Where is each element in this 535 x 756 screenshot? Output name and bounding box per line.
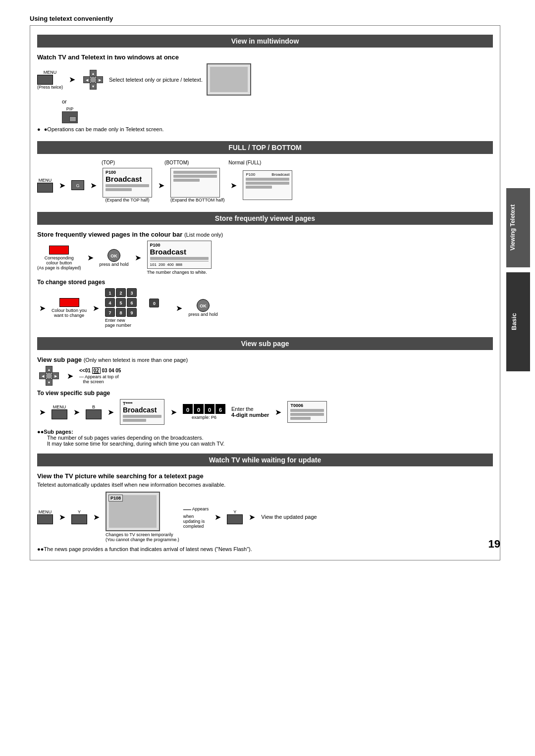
subpage-nav-left[interactable]: ◀ [39,372,46,379]
expand-bottom-label: (Expand the BOTTOM half) [170,198,224,202]
operations-note: ●Operations can be made only in Teletext… [37,126,493,132]
press-twice-label: (Press twice) [37,85,63,90]
subpage-nav-up[interactable]: ▲ [46,366,53,373]
view-tv-picture-heading: View the TV picture while searching for … [37,472,493,480]
ok-group: OK press and hold [100,249,129,267]
bottom-label: (BOTTOM) [164,160,189,165]
appears-when-group: — Appears when updating is completed [183,505,209,529]
full-top-bottom-content: (TOP) (BOTTOM) Normal (FULL) MENU ➤ G ➤ [37,157,493,208]
subpage-nav-right[interactable]: ▶ [52,372,59,379]
bot-line-2 [173,175,217,178]
tele-line-1 [106,184,149,187]
update-menu-button[interactable] [37,514,53,524]
t0006-line-1 [290,409,324,412]
top-screen-group: P100 Broadcast (Expand the TOP half) [103,168,152,202]
y-button[interactable] [71,514,87,524]
menu-button[interactable] [37,75,53,85]
sub-pages-text1: The number of sub pages varies depending… [47,435,493,441]
colour-change-label: Colour button youwant to change [52,308,87,318]
ftb-menu-group: MENU [37,178,53,193]
view-specific-heading: To view specific sub page [37,390,493,397]
or-pip-row: or PIP [62,98,493,123]
pip-label: PIP [62,106,78,111]
num-0[interactable]: 0 [149,299,159,307]
colour-change-group: Colour button youwant to change [52,298,87,318]
g-button[interactable]: G [71,180,84,190]
subpage-codes-display: <<01 02 03 04 05 [79,368,121,373]
nav-up[interactable]: ▲ [90,70,97,77]
store-pages-heading: Store frequently viewed pages in the col… [37,231,493,238]
num-4[interactable]: 4 [105,298,115,307]
nav-left[interactable]: ◀ [83,76,90,83]
specific-menu-button[interactable] [52,409,67,419]
watch-tv-update-content: View the TV picture while searching for … [37,469,493,555]
full-line-3 [246,186,272,189]
num-2[interactable]: 2 [116,288,126,297]
t0006-label: T0006 [290,403,324,408]
full-broadcast: Broadcast [271,172,289,177]
number-grid[interactable]: 1 2 3 4 5 6 7 8 9 [105,288,137,317]
bottom-screen-group: (Expand the BOTTOM half) [170,168,224,202]
top-teletext-screen: P100 Broadcast [103,168,152,198]
number-changes-label: The number changes to white. [147,270,212,275]
list-mode-label: (List mode only) [184,232,223,238]
arrow-13: ➤ [73,407,80,417]
arrow-8: ➤ [39,303,46,313]
update-menu-label: MENU [37,509,53,514]
num-3[interactable]: 3 [127,288,137,297]
y-label-2: Y [227,509,243,514]
ftb-menu-button[interactable] [37,183,53,193]
colour-button[interactable] [49,246,69,254]
nav-down[interactable]: ▼ [90,83,97,90]
appears-top-label: — Appears at top of the screen [79,374,121,384]
nav-ok-center[interactable] [90,76,97,83]
normal-label: Normal (FULL) [228,160,261,165]
num-7[interactable]: 7 [105,308,115,317]
arrow-21: ➤ [249,512,255,522]
arrow-10: ➤ [176,303,182,313]
ok-hold-group: OK press and hold [188,299,217,317]
pip-button[interactable] [62,111,78,123]
full-teletext-screen: P100 Broadcast [243,170,292,200]
store-broadcast: Broadcast [150,248,209,256]
view-updated-label: View the updated page [261,514,317,520]
num-1[interactable]: 1 [105,288,115,297]
colour-btn-group: Correspondingcolour button(As page is di… [37,246,81,270]
enter-the-label: Enter the [231,406,269,412]
press-hold-label: press and hold [100,262,129,267]
tv-thumbnail [207,63,251,96]
num-9[interactable]: 9 [127,308,137,317]
ok-hold-button[interactable]: OK [197,299,210,312]
arrow-11: ➤ [67,371,73,381]
arrow-5: ➤ [230,181,237,190]
subpage-888: 888 [176,262,182,267]
top-label: (TOP) [102,160,115,165]
subpage-nav-ok[interactable] [46,372,53,379]
sub-pages-text2: It may take some time for searching, dur… [47,441,493,447]
pip-group: PIP [62,106,78,123]
nav-cross[interactable]: ▲ ▼ ◀ ▶ [83,70,103,90]
specific-menu-label: MENU [52,404,67,409]
view-subpage-content: View sub page (Only when teletext is mor… [37,353,493,450]
subpage-nav-cross[interactable]: ▲ ▼ ◀ ▶ [39,366,59,386]
specific-subpage-row: ➤ MENU ➤ B ➤ T**** Broadcast [37,399,493,425]
digit-0-3: 0 [205,404,214,414]
enter-new-label: Enter new page number [105,318,170,328]
menu-button-group: MENU (Press twice) [37,70,63,90]
nav-right[interactable]: ▶ [96,76,103,83]
y-button-2[interactable] [227,514,243,524]
t0006-teletext-screen: T0006 [287,401,327,423]
select-teletext-label: Select teletext only or picture / telete… [109,77,203,83]
num-5[interactable]: 5 [116,298,126,307]
active-subpage: 02 [92,367,101,374]
colour-change-button[interactable] [59,298,79,307]
bot-line-3 [173,179,200,182]
num-8[interactable]: 8 [116,308,126,317]
num-grid-group: 1 2 3 4 5 6 7 8 9 0 [105,288,170,328]
num-6[interactable]: 6 [127,298,137,307]
b-button[interactable] [86,409,102,419]
y-label: Y [71,509,87,514]
arrow-15: ➤ [170,407,177,417]
ok-button[interactable]: OK [107,249,120,262]
subpage-nav-down[interactable]: ▼ [46,379,53,386]
